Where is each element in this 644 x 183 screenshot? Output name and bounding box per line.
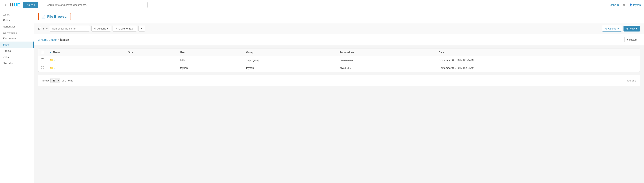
row-checkbox-0[interactable] xyxy=(41,58,44,61)
toolbar-left: (1) ▼ ↻ xyxy=(38,27,48,30)
history-label: History xyxy=(629,38,637,41)
pagination-bar: Show 45 25 10 of 0 items Page of 1 xyxy=(38,75,640,86)
sidebar-documents-label: Documents xyxy=(3,37,16,40)
query-dropdown-icon: ▾ xyxy=(34,3,36,6)
user-person-icon: 👤 xyxy=(629,3,632,6)
row-size-1 xyxy=(126,64,177,72)
breadcrumb-user-link[interactable]: user xyxy=(51,38,57,41)
search-file-input[interactable] xyxy=(50,26,90,31)
file-browser-toolbar: (1) ▼ ↻ ⚙ Actions ▾ ✕ Move to trash ▾ ⊕ … xyxy=(34,23,644,34)
file-browser-title: 📄 File Browser xyxy=(38,13,71,20)
user-menu[interactable]: 👤 fayson xyxy=(629,3,641,6)
items-count-text: of 0 items xyxy=(62,79,73,82)
toolbar-right: ⊕ Upload ▾ ⊕ New ▾ xyxy=(602,26,640,31)
col-header-user: User xyxy=(177,49,244,56)
more-dropdown-button[interactable]: ▾ xyxy=(138,26,145,31)
sidebar-item-documents[interactable]: Documents xyxy=(0,35,34,41)
row-user-0: hdfs xyxy=(177,56,244,64)
breadcrumb-bar: ⌂ Home / user / fayson ▾ History xyxy=(34,34,644,45)
breadcrumb-home-link[interactable]: ⌂ Home xyxy=(38,38,48,41)
selection-count: (1) xyxy=(38,27,41,30)
col-header-size: Size xyxy=(126,49,177,56)
query-button[interactable]: Query ▾ xyxy=(23,2,38,8)
row-date-1: September 05, 2017 06:24 AM xyxy=(436,64,640,72)
hue-logo: HUE xyxy=(10,2,20,8)
username-label: fayson xyxy=(633,3,641,6)
new-dropdown-icon: ▾ xyxy=(636,27,637,30)
file-browser-header: 📄 File Browser xyxy=(34,10,644,23)
sidebar-editor-label: Editor xyxy=(3,19,10,22)
table-row: 📁 . fayson fayson drwxr-xr-x September 0… xyxy=(38,64,640,72)
main-layout: Apps Editor Scheduler Browsers Documents… xyxy=(0,10,644,183)
breadcrumb-current: fayson xyxy=(60,38,69,41)
page-of: of 1 xyxy=(632,79,636,82)
actions-label: Actions xyxy=(98,27,106,30)
sidebar-item-scheduler[interactable]: Scheduler xyxy=(0,23,34,30)
back-button[interactable]: ‹ xyxy=(3,2,8,8)
row-permissions-0: drwxrwxrwx xyxy=(337,56,436,64)
actions-dropdown-icon: ▾ xyxy=(107,27,108,30)
page-label: Page xyxy=(625,79,631,82)
global-search-input[interactable] xyxy=(43,2,148,8)
upload-dropdown-icon: ▾ xyxy=(618,27,619,30)
filter-icon[interactable]: ▼ xyxy=(42,27,45,30)
table-row: 📁 ↑ hdfs supergroup drwxrwxrwx September… xyxy=(38,56,640,64)
move-to-trash-button[interactable]: ✕ Move to trash xyxy=(112,26,137,31)
file-table: ▲ Name Size User Group Permissions Date … xyxy=(38,49,640,72)
row-file-icon-1: 📁 xyxy=(50,66,53,69)
sidebar-scheduler-label: Scheduler xyxy=(3,25,15,28)
file-browser-title-text: File Browser xyxy=(47,15,68,19)
more-dropdown-icon: ▾ xyxy=(141,27,142,30)
actions-button[interactable]: ⚙ Actions ▾ xyxy=(92,26,111,31)
show-select: Show 45 25 10 of 0 items xyxy=(42,78,73,83)
file-table-container: ▲ Name Size User Group Permissions Date … xyxy=(38,49,640,72)
jobs-link[interactable]: Jobs ⚙ xyxy=(610,3,619,6)
sidebar-item-jobs[interactable]: Jobs xyxy=(0,54,34,60)
home-label: Home xyxy=(40,38,48,41)
sidebar-item-tables[interactable]: Tables xyxy=(0,48,34,54)
select-all-checkbox[interactable] xyxy=(41,51,44,53)
history-button[interactable]: ▾ History xyxy=(624,37,640,42)
upload-button[interactable]: ⊕ Upload ▾ xyxy=(602,26,622,31)
new-icon: ⊕ xyxy=(626,27,628,30)
new-label: New xyxy=(630,27,635,30)
jobs-settings-icon: ⚙ xyxy=(617,3,619,6)
sidebar-item-editor[interactable]: Editor xyxy=(0,17,34,23)
browsers-section-title: Browsers xyxy=(0,30,34,35)
file-name-link-1[interactable]: . xyxy=(54,66,55,69)
row-file-icon-0: 📁 xyxy=(50,58,53,62)
name-sort-arrow: ▲ xyxy=(50,51,52,54)
col-header-group: Group xyxy=(244,49,337,56)
col-header-name[interactable]: ▲ Name xyxy=(47,49,126,56)
row-checkbox-1[interactable] xyxy=(41,66,44,69)
apps-section-title: Apps xyxy=(0,12,34,17)
refresh-icon[interactable]: ↻ xyxy=(46,27,48,30)
row-size-0 xyxy=(126,56,177,64)
top-navigation: ‹ HUE Query ▾ Jobs ⚙ ↺ 👤 fayson xyxy=(0,0,644,10)
row-user-1: fayson xyxy=(177,64,244,72)
actions-gear-icon: ⚙ xyxy=(94,27,96,30)
row-date-0: September 05, 2017 06:25 AM xyxy=(436,56,640,64)
sidebar-item-security[interactable]: Security xyxy=(0,60,34,66)
history-arrow-icon: ▾ xyxy=(627,38,628,41)
breadcrumb-sep2: / xyxy=(58,38,59,41)
content-area: 📄 File Browser (1) ▼ ↻ ⚙ Actions ▾ ✕ Mov… xyxy=(34,10,644,183)
sidebar-jobs-label: Jobs xyxy=(3,56,9,59)
jobs-label: Jobs xyxy=(610,3,616,6)
new-button[interactable]: ⊕ New ▾ xyxy=(624,26,640,31)
sidebar-item-files[interactable]: Files Files xyxy=(0,41,34,48)
show-count-select[interactable]: 45 25 10 xyxy=(50,78,60,83)
row-group-1: fayson xyxy=(244,64,337,72)
breadcrumb: ⌂ Home / user / fayson xyxy=(38,38,69,41)
sidebar-tables-label: Tables xyxy=(3,49,11,52)
global-search-bar xyxy=(43,2,148,8)
breadcrumb-sep1: / xyxy=(50,38,50,41)
topnav-right: Jobs ⚙ ↺ 👤 fayson xyxy=(610,3,641,7)
show-label: Show xyxy=(42,79,49,82)
upload-icon: ⊕ xyxy=(605,27,607,30)
history-icon-button[interactable]: ↺ xyxy=(623,3,626,7)
col-header-date: Date xyxy=(436,49,640,56)
sidebar-files-label: Files xyxy=(3,43,9,46)
file-name-link-0[interactable]: ↑ xyxy=(54,59,56,62)
upload-label: Upload xyxy=(608,27,616,30)
